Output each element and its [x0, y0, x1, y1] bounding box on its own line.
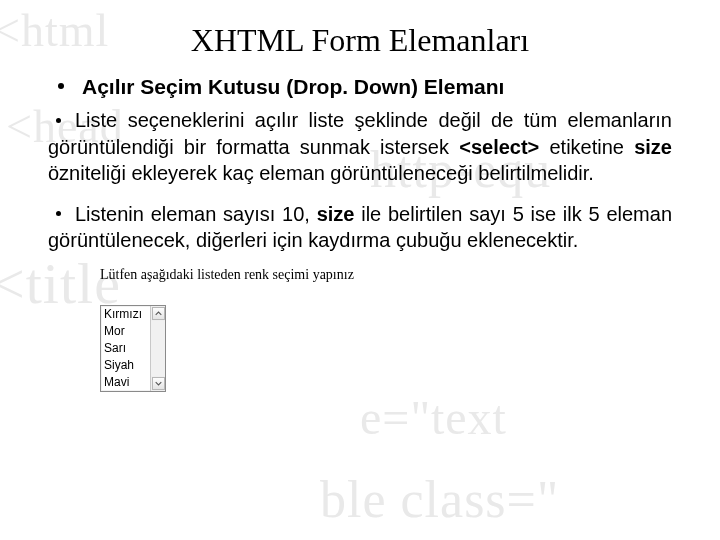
bg-line: e="text — [360, 390, 507, 445]
example-figure: Lütfen aşağıdaki listeden renk seçimi ya… — [100, 267, 672, 392]
chevron-down-icon — [155, 380, 162, 387]
slide-title: XHTML Form Elemanları — [48, 22, 672, 59]
bullet-dot-icon — [56, 118, 61, 123]
list-item[interactable]: Mor — [101, 323, 150, 340]
chevron-up-icon — [155, 310, 162, 317]
bullet-dot-icon — [58, 83, 64, 89]
list-item[interactable]: Kırmızı — [101, 306, 150, 323]
scroll-down-button[interactable] — [152, 377, 165, 390]
bg-line: ble class=" — [320, 470, 559, 529]
list-item[interactable]: Mavi — [101, 374, 150, 391]
paragraph-1: Liste seçeneklerini açılır liste şeklind… — [48, 107, 672, 186]
para1-select-tag: <select> — [459, 136, 539, 158]
bullet-dot-icon — [56, 211, 61, 216]
para2-size-word: size — [317, 203, 355, 225]
list-item[interactable]: Siyah — [101, 357, 150, 374]
color-listbox[interactable]: Kırmızı Mor Sarı Siyah Mavi — [100, 305, 166, 392]
listbox-scrollbar[interactable] — [150, 306, 165, 391]
bullet-1: Açılır Seçim Kutusu (Drop. Down) Elemanı — [48, 73, 672, 101]
figure-prompt: Lütfen aşağıdaki listeden renk seçimi ya… — [100, 267, 672, 283]
listbox-items: Kırmızı Mor Sarı Siyah Mavi — [101, 306, 150, 391]
scroll-up-button[interactable] — [152, 307, 165, 320]
scrollbar-track[interactable] — [151, 321, 165, 376]
paragraph-2: Listenin eleman sayısı 10, size ile beli… — [48, 201, 672, 254]
bullet-1-text: Açılır Seçim Kutusu (Drop. Down) Elemanı — [82, 73, 504, 101]
para1-size-word: size — [634, 136, 672, 158]
para1-text-c: özniteliği ekleyerek kaç eleman görüntül… — [48, 162, 594, 184]
para2-text-a: Listenin eleman sayısı 10, — [75, 203, 317, 225]
slide-content: XHTML Form Elemanları Açılır Seçim Kutus… — [0, 0, 720, 392]
list-item[interactable]: Sarı — [101, 340, 150, 357]
para1-text-b: etiketine — [539, 136, 634, 158]
